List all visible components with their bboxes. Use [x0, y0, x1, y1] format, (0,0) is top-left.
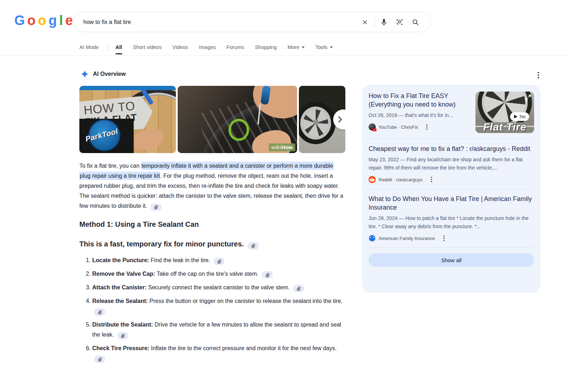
puncture-highlight-ring: [228, 119, 249, 141]
wikihow-how-label: How: [281, 144, 293, 150]
card-divider: [369, 189, 534, 189]
source-link-chip[interactable]: [151, 204, 162, 211]
source-card-youtube[interactable]: How to Fix a Flat Tire EASY (Everything …: [369, 92, 534, 133]
tab-tools-label: Tools: [315, 44, 327, 50]
source-label: American Family Insurance: [379, 236, 435, 241]
tab-images[interactable]: Images: [199, 40, 216, 54]
search-input[interactable]: [74, 19, 357, 25]
carousel-image-parktool[interactable]: HOW TO FIX A FLAT ParkTool: [79, 86, 176, 153]
source-link-chip[interactable]: [94, 308, 105, 316]
ai-overview-menu-button[interactable]: [534, 71, 543, 79]
step-title: Check Tire Pressure:: [92, 345, 149, 351]
google-logo[interactable]: G o o g l e: [14, 13, 72, 28]
kebab-menu-icon: [443, 235, 445, 241]
wikihow-watermark: wikiHow: [269, 143, 295, 151]
tab-tools[interactable]: Tools: [315, 40, 333, 54]
video-duration-badge: 7m: [510, 112, 529, 121]
source-card-text: How to Fix a Flat Tire EASY (Everything …: [369, 92, 470, 133]
tabs-divider: [107, 43, 108, 51]
reddit-snoo-icon: [369, 176, 376, 183]
source-menu-button[interactable]: [424, 124, 430, 130]
sealant-steps-list: Locate the Puncture: Find the leak in th…: [79, 255, 345, 363]
paperclip-icon: [98, 357, 102, 362]
search-submit-button[interactable]: [408, 14, 423, 30]
step-item: Locate the Puncture: Find the leak in th…: [92, 255, 345, 265]
ai-overview-image-carousel: HOW TO FIX A FLAT ParkTool wikiHow: [79, 86, 345, 153]
video-thumbnail[interactable]: Flat Tire 7m: [475, 92, 534, 133]
expand-icon[interactable]: [525, 94, 531, 101]
step-item: Release the Sealant: Press the button or…: [92, 296, 345, 316]
source-menu-button[interactable]: [441, 235, 447, 241]
paperclip-icon: [120, 334, 125, 338]
method-heading: Method 1: Using a Tire Sealant Can: [79, 220, 345, 229]
step-text: Take off the cap on the tire's valve ste…: [157, 271, 258, 277]
source-card-reddit[interactable]: Cheapest way for me to fix a flat? : r/a…: [369, 144, 534, 183]
source-title[interactable]: Cheapest way for me to fix a flat? : r/a…: [369, 144, 534, 153]
paperclip-icon: [251, 244, 255, 248]
source-link-chip[interactable]: [262, 271, 273, 279]
paperclip-icon: [217, 259, 221, 264]
search-header: G o o g l e: [0, 0, 572, 36]
step-item: Distribute the Sealant: Drive the vehicl…: [92, 320, 345, 340]
source-label: YouTube · ChrisFix: [379, 124, 418, 130]
carousel-image-wikihow[interactable]: wikiHow: [178, 86, 297, 153]
search-icon: [411, 18, 419, 26]
search-bar[interactable]: [73, 12, 431, 32]
tab-all[interactable]: All: [115, 40, 122, 54]
ai-overview-content: HOW TO FIX A FLAT ParkTool wikiHow: [79, 86, 345, 367]
tab-more[interactable]: More: [287, 40, 305, 54]
result-filter-tabs: AI Mode All Short videos Videos Images F…: [79, 40, 344, 54]
step-item: Remove the Valve Cap: Take off the cap o…: [92, 269, 345, 279]
source-title[interactable]: What to Do When You Have a Flat Tire | A…: [369, 195, 534, 212]
step-item: Check Tire Pressure: Inflate the tire to…: [92, 343, 345, 363]
source-attribution-row: Reddit · r/askcarguys: [369, 176, 534, 183]
globe-icon: [369, 235, 376, 242]
logo-letter: g: [49, 13, 56, 28]
logo-letter: G: [14, 13, 24, 28]
tab-forums[interactable]: Forums: [227, 40, 244, 54]
tab-short-videos[interactable]: Short videos: [133, 40, 162, 54]
source-link-chip[interactable]: [248, 242, 259, 250]
ai-overview-label: AI Overview: [93, 71, 126, 77]
card-divider: [369, 248, 534, 248]
chevron-right-icon: [337, 116, 342, 123]
show-all-button[interactable]: Show all: [369, 253, 534, 267]
reddit-favicon: [369, 176, 376, 183]
source-link-chip[interactable]: [293, 285, 304, 292]
step-item: Attach the Canister: Securely connect th…: [92, 283, 345, 293]
ai-overview-sources-panel: How to Fix a Flat Tire EASY (Everything …: [362, 85, 541, 293]
chevron-down-icon: [302, 46, 305, 48]
camera-lens-icon: [396, 18, 404, 26]
source-card-text: Cheapest way for me to fix a flat? : r/a…: [369, 144, 534, 183]
thumbnail-caption: Flat Tire: [475, 121, 534, 133]
logo-letter: o: [27, 13, 35, 28]
source-label: Reddit · r/askcarguys: [379, 177, 423, 182]
source-snippet: Jun 28, 2024 — How to patch a flat tire …: [369, 214, 534, 231]
ai-summary-paragraph: To fix a flat tire, you can temporarily …: [79, 161, 345, 211]
amfam-favicon: [369, 235, 376, 242]
car-hub-graphic: [313, 119, 319, 125]
source-link-chip[interactable]: [117, 332, 128, 339]
tab-shopping[interactable]: Shopping: [255, 40, 277, 54]
paperclip-icon: [154, 205, 158, 209]
step-text: Find the leak in the tire.: [151, 257, 210, 263]
source-menu-button[interactable]: [428, 176, 435, 183]
clear-search-button[interactable]: [357, 14, 373, 30]
chrisfix-favicon: [369, 123, 376, 131]
voice-search-button[interactable]: [376, 14, 392, 30]
source-title[interactable]: How to Fix a Flat Tire EASY (Everything …: [369, 92, 470, 109]
paperclip-icon: [265, 273, 270, 277]
close-icon: [361, 19, 369, 26]
tab-ai-mode[interactable]: AI Mode: [79, 40, 99, 54]
search-bar-actions: [357, 14, 430, 30]
microphone-icon: [380, 18, 388, 26]
lens-search-button[interactable]: [392, 14, 408, 30]
paperclip-icon: [296, 286, 301, 291]
carousel-image-flat-tire[interactable]: [299, 86, 345, 153]
tab-videos[interactable]: Videos: [172, 40, 188, 54]
searchbar-divider: [374, 18, 375, 27]
source-link-chip[interactable]: [94, 356, 105, 363]
source-card-amfam[interactable]: What to Do When You Have a Flat Tire | A…: [369, 195, 534, 242]
source-link-chip[interactable]: [213, 258, 225, 265]
logo-letter: o: [38, 13, 45, 28]
